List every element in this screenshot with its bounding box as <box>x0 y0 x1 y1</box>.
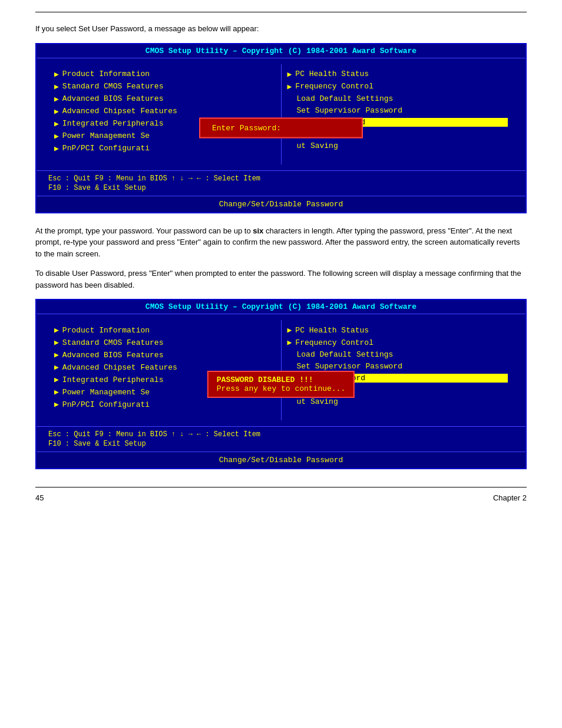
bios-screen-2: CMOS Setup Utility – Copyright (C) 1984-… <box>35 299 527 469</box>
bios-footer-row-1: Esc : Quit F9 : Menu in BIOS ↑ ↓ → ← : S… <box>48 174 514 183</box>
bios-title-2: CMOS Setup Utility – Copyright (C) 1984-… <box>37 300 525 314</box>
chapter-label: Chapter 2 <box>493 493 527 502</box>
arrow-icon: ▶ <box>54 82 59 91</box>
pw-disabled-line2: Press any key to continue... <box>217 384 345 393</box>
arrow-icon: ▶ <box>54 387 59 397</box>
arrow-icon: ▶ <box>287 338 292 347</box>
bios-item: ▶ Product Information <box>54 70 275 79</box>
arrow-icon: ▶ <box>54 107 59 116</box>
arrow-icon: ▶ <box>54 325 59 335</box>
arrow-icon: ▶ <box>287 325 292 335</box>
bios-item: ▶ Standard CMOS Features <box>54 82 275 91</box>
bios-item: Load Default Settings <box>287 350 508 359</box>
bios-footer-row-3: Esc : Quit F9 : Menu in BIOS ↑ ↓ → ← : S… <box>48 430 514 439</box>
enter-password-label: Enter Password: <box>212 124 281 133</box>
bios-item: Set Supervisor Password <box>287 106 508 115</box>
bios-item: ▶ PC Health Status <box>287 325 508 335</box>
bios-item: ▶ Product Information <box>54 325 275 335</box>
bios-item: ▶ Advanced BIOS Features <box>54 350 275 360</box>
bios-item: ut Saving <box>287 397 508 406</box>
intro-text: If you select Set User Password, a messa… <box>35 23 527 35</box>
arrow-icon: ▶ <box>54 70 59 79</box>
bios-item: ▶ Standard CMOS Features <box>54 338 275 347</box>
bios-item: ▶ PnP/PCI Configurati <box>54 400 275 409</box>
arrow-icon: ▶ <box>54 350 59 360</box>
body-text-2: To disable User Password, press "Enter" … <box>35 268 527 291</box>
bios-item: ▶ Frequency Control <box>287 338 508 347</box>
bottom-rule <box>35 487 527 487</box>
bios-item: ▶ Advanced Chipset Features <box>54 107 275 116</box>
bios-status-1: Change/Set/Disable Password <box>37 196 525 212</box>
bios-item: ▶ Advanced BIOS Features <box>54 94 275 104</box>
bios-title-1: CMOS Setup Utility – Copyright (C) 1984-… <box>37 44 525 58</box>
page-number: 45 <box>35 493 44 502</box>
bios-item: Load Default Settings <box>287 94 508 103</box>
arrow-icon: ▶ <box>287 82 292 91</box>
bios-footer-1: Esc : Quit F9 : Menu in BIOS ↑ ↓ → ← : S… <box>37 170 525 196</box>
bios-footer-2: Esc : Quit F9 : Menu in BIOS ↑ ↓ → ← : S… <box>37 426 525 452</box>
bios-item: Set Supervisor Password <box>287 362 508 371</box>
bios-footer-row-4: F10 : Save & Exit Setup <box>48 440 514 448</box>
arrow-icon: ▶ <box>54 144 59 153</box>
body-text-1: At the prompt, type your password. Your … <box>35 225 527 260</box>
bios-col-right-1: ▶ PC Health Status ▶ Frequency Control L… <box>282 64 514 164</box>
arrow-icon: ▶ <box>287 70 292 79</box>
arrow-icon: ▶ <box>54 363 59 372</box>
pw-disabled-dialog: PASSWORD DISABLED !!! Press any key to c… <box>207 371 355 398</box>
arrow-icon: ▶ <box>54 119 59 129</box>
arrow-icon: ▶ <box>54 338 59 347</box>
bios-body-1: ▶ Product Information ▶ Standard CMOS Fe… <box>37 58 525 170</box>
arrow-icon: ▶ <box>54 94 59 104</box>
bios-footer-row-2: F10 : Save & Exit Setup <box>48 184 514 192</box>
arrow-icon: ▶ <box>54 375 59 384</box>
bios-col-left-1: ▶ Product Information ▶ Standard CMOS Fe… <box>48 64 282 164</box>
bios-item: ut Saving <box>287 141 508 150</box>
bios-screen-1: CMOS Setup Utility – Copyright (C) 1984-… <box>35 43 527 213</box>
page-footer: 45 Chapter 2 <box>35 493 527 502</box>
arrow-icon: ▶ <box>54 131 59 141</box>
bios-item: ▶ Frequency Control <box>287 82 508 91</box>
pw-disabled-line1: PASSWORD DISABLED !!! <box>217 375 345 384</box>
bios-item: ▶ PC Health Status <box>287 70 508 79</box>
bios-body-2: ▶ Product Information ▶ Standard CMOS Fe… <box>37 314 525 426</box>
bios-status-2: Change/Set/Disable Password <box>37 452 525 468</box>
top-rule <box>35 12 527 12</box>
arrow-icon: ▶ <box>54 400 59 409</box>
bios-item: ▶ PnP/PCI Configurati <box>54 144 275 153</box>
enter-password-dialog: Enter Password: <box>199 118 363 139</box>
password-input-field <box>286 124 350 133</box>
